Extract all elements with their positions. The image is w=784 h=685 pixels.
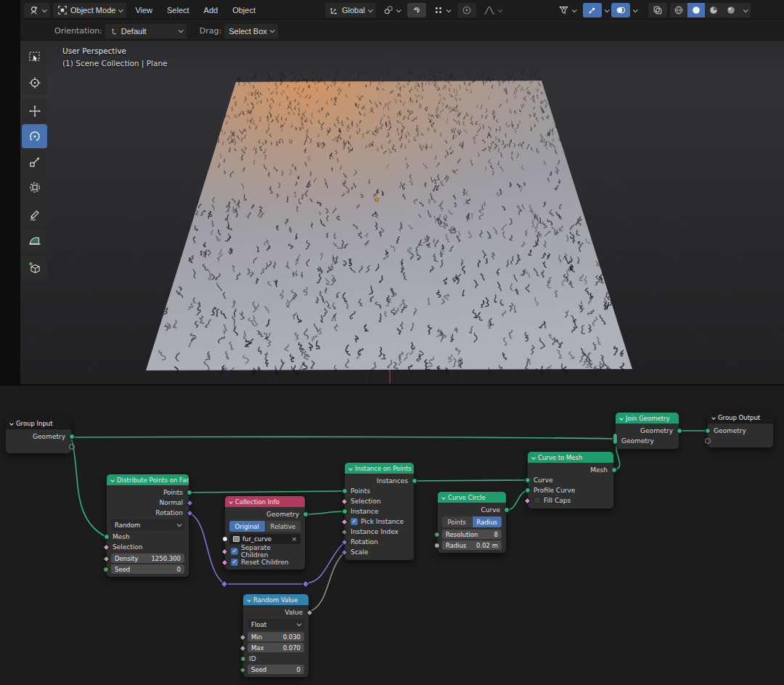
orientation-default-dropdown[interactable]: Default [105, 24, 187, 38]
collection-picker[interactable]: fur_curve × [229, 534, 301, 544]
chevron-down-icon[interactable] [605, 7, 610, 12]
socket-resolution-input[interactable] [434, 532, 440, 538]
option-relative[interactable]: Relative [266, 521, 301, 532]
tool-transform[interactable] [22, 175, 47, 199]
editor-type-button[interactable] [24, 3, 50, 17]
menu-view[interactable]: View [129, 3, 158, 17]
max-field[interactable]: Max0.070 [248, 643, 304, 652]
distribute-method-dropdown[interactable]: Random [111, 519, 184, 530]
socket-radius-input[interactable] [434, 543, 440, 548]
socket-mesh-output[interactable] [611, 467, 617, 473]
chevron-down-icon[interactable] [633, 7, 638, 12]
tool-cursor[interactable] [22, 70, 47, 94]
node-group-output[interactable]: Group Output Geometry [708, 413, 773, 447]
node-header[interactable]: Group Input [6, 418, 71, 429]
mode-dropdown[interactable]: Object Mode [53, 3, 126, 17]
socket-geometry-output[interactable] [303, 511, 309, 517]
node-curve-to-mesh[interactable]: Curve to Mesh Mesh Curve Profile Curve F… [528, 452, 613, 508]
node-header[interactable]: Random Value [243, 594, 309, 605]
tool-select-box[interactable] [22, 45, 47, 69]
socket-collection-input[interactable] [222, 536, 228, 542]
tool-move[interactable] [22, 99, 47, 123]
node-header[interactable]: Collection Info [225, 496, 305, 507]
shading-dropdown[interactable] [740, 3, 751, 17]
fill-caps-checkbox[interactable] [534, 497, 541, 504]
tool-scale[interactable] [22, 150, 47, 174]
socket-instances-output[interactable] [412, 478, 417, 484]
node-join-geometry[interactable]: Join Geometry Geometry Geometry [616, 413, 679, 449]
socket-points-output[interactable] [187, 490, 192, 495]
socket-id-input[interactable] [240, 656, 246, 662]
tool-annotate[interactable] [22, 203, 47, 227]
node-distribute-points-on-faces[interactable]: Distribute Points on Faces Points Normal… [107, 474, 189, 577]
node-header[interactable]: Curve to Mesh [528, 452, 613, 463]
collapse-chevron-icon[interactable] [229, 500, 233, 504]
option-original[interactable]: Original [229, 521, 265, 532]
radius-field[interactable]: Radius0.02 m [442, 540, 502, 550]
collapse-chevron-icon[interactable] [348, 466, 353, 471]
tool-add-cube[interactable] [22, 256, 47, 280]
proportional-falloff-dropdown[interactable] [479, 3, 506, 17]
collapse-chevron-icon[interactable] [711, 416, 716, 420]
drag-dropdown[interactable]: Select Box [224, 24, 278, 38]
node-collection-info[interactable]: Collection Info Geometry Original Relati… [225, 496, 305, 570]
node-random-value[interactable]: Random Value Value Float Min0.030 Max0.0… [243, 594, 309, 677]
option-points[interactable]: Points [442, 516, 472, 527]
socket-points-input[interactable] [342, 488, 348, 494]
geometry-node-editor[interactable]: Group Input Geometry Distribute Points o… [0, 386, 784, 685]
separate-children-checkbox[interactable]: ✓ [231, 548, 238, 555]
socket-instance-input[interactable] [342, 508, 348, 514]
transform-orientation-dropdown[interactable]: Global [325, 3, 376, 17]
socket-geometry-input[interactable] [705, 428, 711, 434]
socket-geometry-multi-input[interactable] [613, 433, 618, 445]
gizmos-toggle[interactable] [583, 3, 602, 17]
density-field[interactable]: Density1250.300 [111, 554, 184, 563]
node-header[interactable]: Distribute Points on Faces [107, 474, 189, 485]
node-group-input[interactable]: Group Input Geometry [6, 418, 71, 453]
xray-toggle[interactable] [648, 3, 667, 17]
tool-measure[interactable] [22, 228, 47, 252]
snap-settings-dropdown[interactable] [429, 3, 454, 17]
node-instance-on-points[interactable]: Instance on Points Instances Points Sele… [345, 463, 414, 560]
snap-toggle[interactable] [407, 3, 426, 17]
overlays-toggle[interactable] [611, 3, 630, 17]
reset-children-checkbox[interactable]: ✓ [231, 559, 238, 566]
data-type-dropdown[interactable]: Float [248, 619, 304, 630]
socket-profile-curve-input[interactable] [525, 487, 531, 493]
tool-rotate[interactable] [22, 124, 47, 148]
object-visibility-dropdown[interactable] [554, 3, 580, 17]
collapse-chevron-icon[interactable] [9, 421, 14, 426]
node-curve-circle[interactable]: Curve Circle Curve Points Radius Resolut… [438, 492, 506, 553]
menu-add[interactable]: Add [198, 3, 224, 17]
menu-object[interactable]: Object [226, 3, 261, 17]
menu-select[interactable]: Select [161, 3, 195, 17]
socket-curve-output[interactable] [504, 507, 510, 513]
socket-virtual-output[interactable] [69, 444, 75, 450]
socket-curve-input[interactable] [525, 477, 531, 483]
socket-virtual-input[interactable] [705, 438, 711, 444]
pivot-point-dropdown[interactable] [379, 3, 404, 17]
seed-field[interactable]: Seed0 [111, 564, 184, 574]
node-header[interactable]: Join Geometry [616, 413, 679, 423]
shading-rendered-button[interactable] [722, 3, 740, 17]
min-field[interactable]: Min0.030 [248, 632, 304, 641]
shading-wireframe-button[interactable] [670, 3, 687, 17]
seed-field[interactable]: Seed0 [248, 665, 304, 674]
collapse-chevron-icon[interactable] [531, 455, 536, 460]
pick-instance-checkbox[interactable]: ✓ [351, 518, 358, 525]
node-header[interactable]: Curve Circle [438, 492, 506, 503]
shading-material-button[interactable] [705, 3, 722, 17]
proportional-editing-toggle[interactable] [457, 3, 476, 17]
collapse-chevron-icon[interactable] [441, 495, 446, 500]
reroute-node[interactable] [302, 580, 309, 588]
clear-collection-icon[interactable]: × [291, 535, 297, 543]
socket-seed-input[interactable] [103, 567, 109, 572]
option-radius[interactable]: Radius [473, 516, 502, 527]
socket-geometry-output[interactable] [69, 434, 75, 439]
shading-solid-button[interactable] [687, 3, 705, 17]
socket-mesh-input[interactable] [104, 534, 110, 540]
resolution-field[interactable]: Resolution8 [442, 530, 502, 539]
node-header[interactable]: Instance on Points [345, 463, 414, 474]
node-header[interactable]: Group Output [708, 413, 773, 423]
collapse-chevron-icon[interactable] [247, 598, 251, 602]
